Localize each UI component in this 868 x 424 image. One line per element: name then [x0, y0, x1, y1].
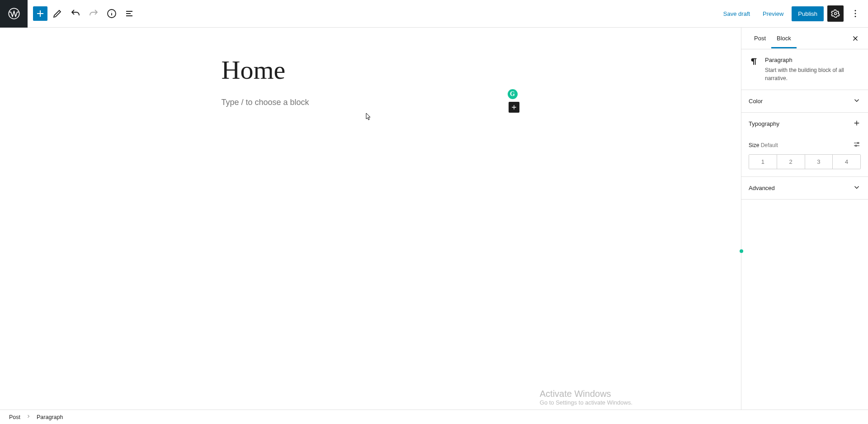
svg-point-0: [9, 8, 19, 19]
svg-point-3: [855, 10, 856, 11]
post-title[interactable]: Home: [222, 55, 520, 85]
block-card: Paragraph Start with the building block …: [741, 49, 868, 90]
tab-block[interactable]: Block: [771, 28, 797, 48]
inline-block-inserter-button[interactable]: [509, 102, 519, 113]
advanced-panel-label: Advanced: [749, 185, 775, 191]
svg-point-5: [855, 16, 856, 17]
block-card-description: Start with the building block of all nar…: [765, 66, 861, 82]
redo-button[interactable]: [85, 5, 102, 22]
edit-tool-button[interactable]: [49, 5, 66, 22]
breadcrumb-current[interactable]: Paragraph: [37, 414, 63, 420]
font-size-preset-3[interactable]: 3: [805, 155, 833, 169]
settings-sidebar: Post Block Paragraph Start with the buil…: [741, 28, 868, 410]
typography-panel-body: Size Default 1 2 3 4: [741, 135, 868, 177]
settings-toggle-button[interactable]: [827, 5, 844, 22]
svg-point-4: [855, 13, 856, 14]
watermark-subtitle: Go to Settings to activate Windows.: [540, 399, 632, 406]
save-draft-button[interactable]: Save draft: [719, 8, 755, 20]
block-card-title: Paragraph: [765, 57, 861, 63]
toolbar-right-group: Save draft Preview Publish: [719, 5, 868, 22]
sliders-icon[interactable]: [853, 140, 861, 150]
chevron-down-icon: [853, 183, 861, 193]
mouse-cursor-icon: [365, 113, 372, 121]
block-inserter-button[interactable]: [33, 6, 47, 21]
toolbar-left-group: [28, 5, 138, 22]
font-size-label: Size: [749, 142, 759, 148]
undo-button[interactable]: [67, 5, 84, 22]
font-size-value: Default: [761, 142, 778, 148]
list-view-button[interactable]: [122, 5, 138, 22]
color-panel-label: Color: [749, 98, 763, 105]
font-size-preset-2[interactable]: 2: [777, 155, 805, 169]
preview-button[interactable]: Preview: [758, 8, 788, 20]
svg-point-6: [858, 143, 859, 144]
chevron-right-icon: [26, 414, 31, 420]
details-button[interactable]: [104, 5, 120, 22]
grammarly-indicator-dot: [740, 249, 743, 253]
tab-post[interactable]: Post: [749, 28, 771, 48]
color-panel-toggle[interactable]: Color: [741, 90, 868, 113]
chevron-down-icon: [853, 96, 861, 106]
svg-point-2: [835, 13, 837, 15]
typography-panel-header[interactable]: Typography: [741, 113, 868, 135]
publish-button[interactable]: Publish: [792, 6, 824, 21]
advanced-panel-toggle[interactable]: Advanced: [741, 177, 868, 200]
editor-canvas[interactable]: Home Type / to choose a block G Activate…: [0, 28, 741, 410]
block-breadcrumb: Post Paragraph: [0, 410, 868, 424]
plus-icon[interactable]: [853, 119, 861, 129]
watermark-title: Activate Windows: [540, 389, 632, 399]
breadcrumb-root[interactable]: Post: [9, 414, 20, 420]
options-menu-button[interactable]: [847, 5, 863, 22]
svg-point-7: [855, 145, 857, 147]
windows-activation-watermark: Activate Windows Go to Settings to activ…: [540, 389, 632, 406]
font-size-preset-4[interactable]: 4: [832, 155, 860, 169]
font-size-preset-1[interactable]: 1: [749, 155, 777, 169]
editor-top-toolbar: Save draft Preview Publish: [0, 0, 868, 28]
grammarly-badge-icon[interactable]: G: [508, 89, 518, 99]
typography-panel-label: Typography: [749, 120, 779, 127]
sidebar-tabs: Post Block: [741, 28, 868, 49]
font-size-presets: 1 2 3 4: [749, 154, 861, 169]
paragraph-block-placeholder[interactable]: Type / to choose a block: [222, 98, 520, 107]
paragraph-icon: [749, 57, 759, 82]
wordpress-logo[interactable]: [0, 0, 28, 28]
close-sidebar-button[interactable]: [850, 33, 861, 44]
